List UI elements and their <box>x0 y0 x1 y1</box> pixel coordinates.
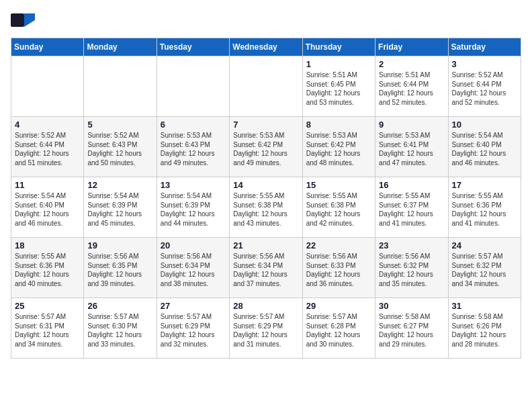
page-header <box>11 11 521 30</box>
day-number: 31 <box>452 301 517 311</box>
cell-content: Sunrise: 5:54 AM Sunset: 6:40 PM Dayligh… <box>452 131 517 167</box>
cell-content: Sunrise: 5:56 AM Sunset: 6:35 PM Dayligh… <box>87 252 152 288</box>
day-number: 16 <box>379 180 444 190</box>
day-number: 20 <box>161 240 226 250</box>
calendar-cell: 22Sunrise: 5:56 AM Sunset: 6:33 PM Dayli… <box>302 238 375 298</box>
calendar-cell: 30Sunrise: 5:58 AM Sunset: 6:27 PM Dayli… <box>375 298 448 359</box>
calendar-cell: 15Sunrise: 5:55 AM Sunset: 6:38 PM Dayli… <box>302 177 375 238</box>
weekday-header-row: SundayMondayTuesdayWednesdayThursdayFrid… <box>11 38 521 56</box>
cell-content: Sunrise: 5:53 AM Sunset: 6:42 PM Dayligh… <box>306 131 371 167</box>
day-number: 19 <box>87 240 152 250</box>
day-number: 18 <box>15 240 80 250</box>
svg-rect-0 <box>11 13 24 27</box>
day-number: 4 <box>15 120 80 130</box>
calendar-cell: 7Sunrise: 5:53 AM Sunset: 6:42 PM Daylig… <box>230 117 302 177</box>
weekday-tuesday: Tuesday <box>157 38 229 56</box>
logo-icon <box>11 11 35 30</box>
calendar-cell: 14Sunrise: 5:55 AM Sunset: 6:38 PM Dayli… <box>230 177 302 238</box>
calendar-cell: 3Sunrise: 5:52 AM Sunset: 6:44 PM Daylig… <box>448 56 521 117</box>
weekday-wednesday: Wednesday <box>230 38 302 56</box>
calendar-cell: 4Sunrise: 5:52 AM Sunset: 6:44 PM Daylig… <box>11 117 84 177</box>
cell-content: Sunrise: 5:57 AM Sunset: 6:28 PM Dayligh… <box>306 312 371 349</box>
day-number: 21 <box>233 240 298 250</box>
calendar-week-5: 25Sunrise: 5:57 AM Sunset: 6:31 PM Dayli… <box>11 298 521 359</box>
day-number: 10 <box>452 120 517 130</box>
cell-content: Sunrise: 5:57 AM Sunset: 6:32 PM Dayligh… <box>452 252 517 288</box>
cell-content: Sunrise: 5:51 AM Sunset: 6:45 PM Dayligh… <box>306 71 371 107</box>
cell-content: Sunrise: 5:52 AM Sunset: 6:44 PM Dayligh… <box>452 71 517 107</box>
day-number: 9 <box>379 120 444 130</box>
calendar-cell: 1Sunrise: 5:51 AM Sunset: 6:45 PM Daylig… <box>302 56 375 117</box>
day-number: 15 <box>306 180 371 190</box>
day-number: 5 <box>87 120 152 130</box>
weekday-friday: Friday <box>375 38 448 56</box>
calendar-cell: 23Sunrise: 5:56 AM Sunset: 6:32 PM Dayli… <box>375 238 448 298</box>
cell-content: Sunrise: 5:54 AM Sunset: 6:39 PM Dayligh… <box>87 191 152 228</box>
calendar-cell: 16Sunrise: 5:55 AM Sunset: 6:37 PM Dayli… <box>375 177 448 238</box>
calendar-cell <box>11 56 84 117</box>
day-number: 23 <box>379 240 444 250</box>
logo <box>11 11 38 30</box>
calendar-cell: 28Sunrise: 5:57 AM Sunset: 6:29 PM Dayli… <box>230 298 302 359</box>
weekday-sunday: Sunday <box>11 38 84 56</box>
cell-content: Sunrise: 5:52 AM Sunset: 6:43 PM Dayligh… <box>87 131 152 167</box>
day-number: 3 <box>452 59 517 69</box>
calendar-cell: 10Sunrise: 5:54 AM Sunset: 6:40 PM Dayli… <box>448 117 521 177</box>
svg-marker-1 <box>24 13 35 27</box>
calendar-cell <box>230 56 302 117</box>
day-number: 27 <box>161 301 226 311</box>
cell-content: Sunrise: 5:56 AM Sunset: 6:33 PM Dayligh… <box>306 252 371 288</box>
day-number: 13 <box>161 180 226 190</box>
calendar-cell: 2Sunrise: 5:51 AM Sunset: 6:44 PM Daylig… <box>375 56 448 117</box>
calendar-week-2: 4Sunrise: 5:52 AM Sunset: 6:44 PM Daylig… <box>11 117 521 177</box>
day-number: 22 <box>306 240 371 250</box>
calendar-cell: 6Sunrise: 5:53 AM Sunset: 6:43 PM Daylig… <box>157 117 229 177</box>
cell-content: Sunrise: 5:53 AM Sunset: 6:42 PM Dayligh… <box>233 131 298 167</box>
calendar-week-3: 11Sunrise: 5:54 AM Sunset: 6:40 PM Dayli… <box>11 177 521 238</box>
day-number: 17 <box>452 180 517 190</box>
weekday-monday: Monday <box>84 38 157 56</box>
cell-content: Sunrise: 5:58 AM Sunset: 6:27 PM Dayligh… <box>379 312 444 349</box>
cell-content: Sunrise: 5:55 AM Sunset: 6:37 PM Dayligh… <box>379 191 444 228</box>
day-number: 1 <box>306 59 371 69</box>
calendar-week-1: 1Sunrise: 5:51 AM Sunset: 6:45 PM Daylig… <box>11 56 521 117</box>
cell-content: Sunrise: 5:54 AM Sunset: 6:40 PM Dayligh… <box>15 191 80 228</box>
calendar-cell: 24Sunrise: 5:57 AM Sunset: 6:32 PM Dayli… <box>448 238 521 298</box>
calendar-cell: 18Sunrise: 5:55 AM Sunset: 6:36 PM Dayli… <box>11 238 84 298</box>
cell-content: Sunrise: 5:51 AM Sunset: 6:44 PM Dayligh… <box>379 71 444 107</box>
calendar-week-4: 18Sunrise: 5:55 AM Sunset: 6:36 PM Dayli… <box>11 238 521 298</box>
calendar-cell: 8Sunrise: 5:53 AM Sunset: 6:42 PM Daylig… <box>302 117 375 177</box>
calendar-cell: 13Sunrise: 5:54 AM Sunset: 6:39 PM Dayli… <box>157 177 229 238</box>
weekday-thursday: Thursday <box>302 38 375 56</box>
day-number: 14 <box>233 180 298 190</box>
cell-content: Sunrise: 5:57 AM Sunset: 6:30 PM Dayligh… <box>87 312 152 349</box>
cell-content: Sunrise: 5:58 AM Sunset: 6:26 PM Dayligh… <box>452 312 517 349</box>
calendar-body: 1Sunrise: 5:51 AM Sunset: 6:45 PM Daylig… <box>11 56 521 359</box>
calendar-cell: 19Sunrise: 5:56 AM Sunset: 6:35 PM Dayli… <box>84 238 157 298</box>
day-number: 7 <box>233 120 298 130</box>
calendar-cell: 9Sunrise: 5:53 AM Sunset: 6:41 PM Daylig… <box>375 117 448 177</box>
day-number: 30 <box>379 301 444 311</box>
cell-content: Sunrise: 5:57 AM Sunset: 6:29 PM Dayligh… <box>161 312 226 349</box>
cell-content: Sunrise: 5:55 AM Sunset: 6:36 PM Dayligh… <box>15 252 80 288</box>
calendar-cell: 27Sunrise: 5:57 AM Sunset: 6:29 PM Dayli… <box>157 298 229 359</box>
calendar-cell: 26Sunrise: 5:57 AM Sunset: 6:30 PM Dayli… <box>84 298 157 359</box>
cell-content: Sunrise: 5:56 AM Sunset: 6:34 PM Dayligh… <box>233 252 298 288</box>
day-number: 8 <box>306 120 371 130</box>
cell-content: Sunrise: 5:55 AM Sunset: 6:38 PM Dayligh… <box>306 191 371 228</box>
day-number: 6 <box>161 120 226 130</box>
calendar-cell: 11Sunrise: 5:54 AM Sunset: 6:40 PM Dayli… <box>11 177 84 238</box>
calendar-cell: 21Sunrise: 5:56 AM Sunset: 6:34 PM Dayli… <box>230 238 302 298</box>
calendar-cell: 17Sunrise: 5:55 AM Sunset: 6:36 PM Dayli… <box>448 177 521 238</box>
calendar-table: SundayMondayTuesdayWednesdayThursdayFrid… <box>11 38 521 359</box>
cell-content: Sunrise: 5:56 AM Sunset: 6:32 PM Dayligh… <box>379 252 444 288</box>
cell-content: Sunrise: 5:56 AM Sunset: 6:34 PM Dayligh… <box>161 252 226 288</box>
day-number: 26 <box>87 301 152 311</box>
cell-content: Sunrise: 5:57 AM Sunset: 6:29 PM Dayligh… <box>233 312 298 349</box>
day-number: 28 <box>233 301 298 311</box>
calendar-cell: 20Sunrise: 5:56 AM Sunset: 6:34 PM Dayli… <box>157 238 229 298</box>
cell-content: Sunrise: 5:57 AM Sunset: 6:31 PM Dayligh… <box>15 312 80 349</box>
calendar-cell: 12Sunrise: 5:54 AM Sunset: 6:39 PM Dayli… <box>84 177 157 238</box>
weekday-saturday: Saturday <box>448 38 521 56</box>
cell-content: Sunrise: 5:55 AM Sunset: 6:38 PM Dayligh… <box>233 191 298 228</box>
